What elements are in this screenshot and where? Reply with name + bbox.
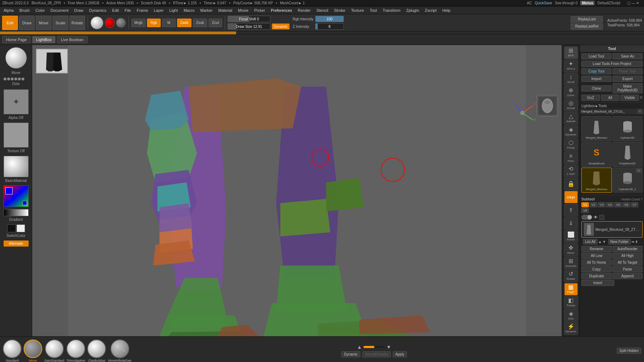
dynamic2-btn[interactable]: ⚡ Dynamic: [564, 322, 578, 335]
swatch-white[interactable]: [16, 224, 25, 232]
basic-material-preview[interactable]: [4, 156, 29, 177]
replay-last-rel-btn[interactable]: ReplayLastRel: [571, 23, 603, 30]
subtool-item-merged[interactable]: Merged_Blockout_08_ZTL51: [581, 221, 643, 238]
menu-movie[interactable]: Movie: [236, 8, 250, 13]
menu-render[interactable]: Render: [296, 8, 312, 13]
menu-stencil[interactable]: Stencil: [315, 8, 330, 13]
paste-tool-btn[interactable]: Paste Tool: [613, 68, 643, 74]
zsub-btn[interactable]: Zsub: [193, 19, 207, 27]
z-intensity-slider[interactable]: 8: [315, 23, 344, 30]
subtool-tab-v2[interactable]: V2: [590, 202, 597, 207]
scale-btn[interactable]: Scale: [53, 16, 68, 30]
down-btn[interactable]: ⇓: [564, 217, 578, 230]
visible-btn[interactable]: Visible: [620, 95, 639, 101]
xyz-btn[interactable]: ◇Xyz: [564, 191, 578, 203]
subtool-tab-v4[interactable]: V4: [606, 202, 614, 207]
tool-polymesh3d[interactable]: PolyMesh3D: [613, 142, 643, 167]
dynamic-view-btn[interactable]: ◈ Dynamic: [564, 125, 578, 138]
tab-lightbox[interactable]: LightBox: [32, 36, 55, 43]
alternate-btn[interactable]: Alternate: [4, 240, 29, 247]
rgb-btn[interactable]: Rgb: [147, 19, 161, 27]
edit-btn[interactable]: Edit: [2, 16, 18, 30]
insert-btn[interactable]: Insert: [581, 280, 614, 286]
list-up-icon[interactable]: ▲: [598, 240, 602, 244]
brush-standard[interactable]: Standard: [3, 339, 21, 362]
load-tool-btn[interactable]: Load Tool: [581, 53, 611, 59]
menu-light[interactable]: Light: [168, 8, 179, 13]
menu-zscript[interactable]: Zscript: [423, 8, 438, 13]
dynamic-btn-bottom[interactable]: Dynamic: [341, 351, 360, 357]
goz-btn[interactable]: GoZ: [581, 95, 600, 101]
tab-live-boolean[interactable]: Live Boolean: [57, 36, 88, 43]
menu-transform[interactable]: Transform: [381, 8, 402, 13]
brush-move[interactable]: Move: [24, 339, 42, 362]
menu-help[interactable]: Help: [441, 8, 452, 13]
menu-macro[interactable]: Macro: [182, 8, 196, 13]
menu-frame[interactable]: Frame: [135, 8, 150, 13]
draw-btn[interactable]: Draw: [19, 16, 35, 30]
alpha-preview[interactable]: ✦: [4, 89, 29, 114]
draw-size-slider[interactable]: Draw Size 12.91: [228, 23, 270, 30]
all-high-btn[interactable]: All High: [613, 253, 643, 259]
menu-marker[interactable]: Marker: [199, 8, 214, 13]
subtool-tab-v1[interactable]: V1: [581, 202, 589, 207]
subdiv-down-icon[interactable]: ▼: [386, 344, 391, 350]
save-as-btn[interactable]: Save As: [613, 53, 643, 59]
rotate-btn[interactable]: Rotate: [69, 16, 85, 30]
subtool-tab-v7[interactable]: V7: [631, 202, 638, 207]
copy-tool-btn[interactable]: Copy Tool: [581, 68, 611, 74]
default-script[interactable]: DefaultZScript: [597, 1, 620, 5]
replay-last-btn[interactable]: ReplayLast: [571, 16, 603, 23]
lock-btn[interactable]: 🔒: [564, 178, 578, 190]
menu-preferences[interactable]: Preferences: [269, 8, 293, 13]
subtool-tab-v8[interactable]: V8: [581, 208, 589, 213]
m-btn[interactable]: M: [162, 19, 176, 27]
menu-tool[interactable]: Tool: [368, 8, 378, 13]
subtool-tab-v5[interactable]: V5: [614, 202, 622, 207]
paint-sphere-2[interactable]: [116, 18, 126, 28]
zoom3d-btn[interactable]: ⊞ Zoom3D: [564, 257, 578, 269]
menu-material[interactable]: Material: [217, 8, 234, 13]
color-sphere[interactable]: [91, 16, 103, 29]
transp-btn[interactable]: ◧ Transp: [564, 296, 578, 309]
menu-brush[interactable]: Brush: [18, 8, 31, 13]
all-to-target-btn[interactable]: All To Target: [613, 259, 643, 266]
auto-reorder-btn[interactable]: AutoReorder: [613, 246, 643, 252]
all-low-btn[interactable]: All Low: [581, 253, 612, 259]
menu-texture[interactable]: Texture: [350, 8, 365, 13]
color-picker-box[interactable]: [4, 185, 29, 207]
menu-edit[interactable]: Edit: [111, 8, 120, 13]
menu-color[interactable]: Color: [34, 8, 46, 13]
load-from-project-btn[interactable]: Load Tools From Project: [581, 61, 643, 67]
subtool-tab-v6[interactable]: V6: [623, 202, 630, 207]
viewport-icon[interactable]: [537, 95, 558, 116]
move-btn[interactable]: Move: [36, 16, 52, 30]
brush-moveinfinitedep[interactable]: MoveInfiniteDep: [108, 339, 131, 362]
menu-layer[interactable]: Layer: [152, 8, 165, 13]
zcut-btn[interactable]: Zcut: [209, 19, 222, 27]
lsym-btn[interactable]: ⟲ L.Sym: [564, 165, 578, 177]
split-hidden-btn[interactable]: Split Hidden: [617, 348, 641, 354]
see-through[interactable]: See-through 0: [555, 1, 577, 5]
tool-merged-blockout2[interactable]: Merged_Blockou: [581, 168, 612, 193]
solo-btn[interactable]: ◈ Solo: [564, 309, 578, 322]
menu-document[interactable]: Document: [49, 8, 70, 13]
import-btn[interactable]: Import: [581, 76, 611, 82]
list-all-btn[interactable]: List All: [583, 239, 597, 244]
duplicate-btn[interactable]: Duplicate: [581, 273, 612, 279]
floor-btn[interactable]: ≡ Floor: [564, 152, 578, 164]
menu-file[interactable]: File: [123, 8, 132, 13]
zadd-btn[interactable]: Zadd: [177, 19, 191, 27]
tool-cylinder3d[interactable]: Cylinder3D: [613, 116, 643, 141]
persp-btn[interactable]: ⬡ Persp: [564, 138, 578, 151]
menu-draw[interactable]: Draw: [73, 8, 85, 13]
tool-simplebrush[interactable]: S SimpleBrush: [581, 142, 612, 167]
vis-toggle-btn[interactable]: [599, 215, 604, 220]
menus-btn[interactable]: Menus: [580, 1, 595, 5]
menu-dynamics[interactable]: Dynamics: [88, 8, 108, 13]
rename-btn[interactable]: Rename: [581, 246, 612, 252]
make-polymesh3d-btn[interactable]: Make PolyMesh3D: [613, 83, 643, 93]
mrgb-btn[interactable]: Mrgb: [131, 19, 146, 27]
export-btn[interactable]: Export: [613, 76, 643, 82]
all-btn[interactable]: All: [601, 95, 620, 101]
